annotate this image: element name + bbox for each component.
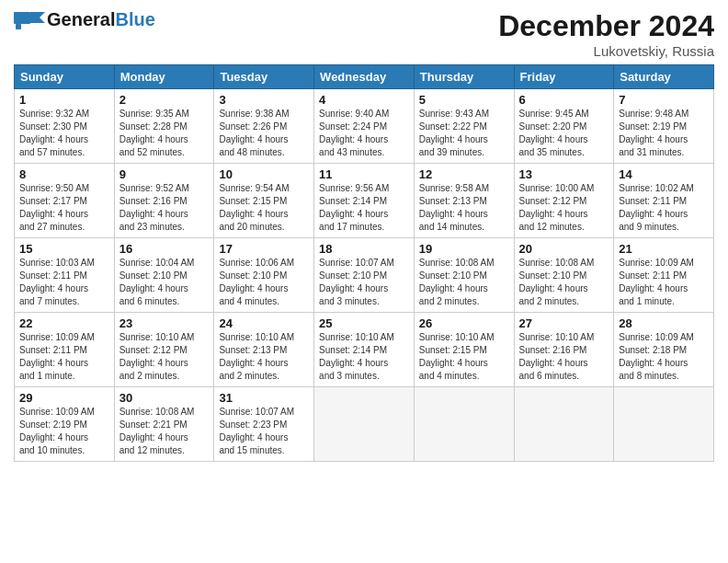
col-monday: Monday: [114, 65, 214, 89]
day-number: 10: [219, 167, 309, 181]
day-cell: 18Sunrise: 10:07 AM Sunset: 2:10 PM Dayl…: [314, 238, 415, 313]
day-number: 11: [319, 167, 409, 181]
svg-marker-1: [30, 12, 45, 23]
main-container: GeneralBlue December 2024 Lukovetskiy, R…: [0, 0, 728, 466]
day-number: 18: [319, 242, 409, 256]
day-number: 26: [419, 316, 509, 330]
day-info: Sunrise: 9:56 AM Sunset: 2:14 PM Dayligh…: [319, 182, 409, 234]
day-cell: [414, 387, 514, 462]
day-info: Sunrise: 10:10 AM Sunset: 2:12 PM Daylig…: [119, 331, 210, 383]
day-number: 1: [19, 93, 109, 107]
day-info: Sunrise: 10:10 AM Sunset: 2:13 PM Daylig…: [219, 331, 309, 383]
day-cell: 24Sunrise: 10:10 AM Sunset: 2:13 PM Dayl…: [214, 313, 314, 387]
col-thursday: Thursday: [414, 65, 514, 89]
day-cell: 15Sunrise: 10:03 AM Sunset: 2:11 PM Dayl…: [15, 238, 115, 313]
day-info: Sunrise: 9:52 AM Sunset: 2:16 PM Dayligh…: [119, 182, 210, 234]
day-cell: 26Sunrise: 10:10 AM Sunset: 2:15 PM Dayl…: [414, 313, 514, 387]
day-info: Sunrise: 9:48 AM Sunset: 2:19 PM Dayligh…: [619, 108, 709, 159]
day-cell: 21Sunrise: 10:09 AM Sunset: 2:11 PM Dayl…: [614, 238, 714, 313]
day-info: Sunrise: 9:40 AM Sunset: 2:24 PM Dayligh…: [319, 108, 409, 159]
day-cell: 2Sunrise: 9:35 AM Sunset: 2:28 PM Daylig…: [114, 89, 214, 164]
day-cell: 8Sunrise: 9:50 AM Sunset: 2:17 PM Daylig…: [15, 164, 115, 238]
day-cell: 12Sunrise: 9:58 AM Sunset: 2:13 PM Dayli…: [414, 164, 514, 238]
week-row-3: 15Sunrise: 10:03 AM Sunset: 2:11 PM Dayl…: [15, 238, 714, 313]
day-number: 5: [419, 93, 509, 107]
day-info: Sunrise: 9:50 AM Sunset: 2:17 PM Dayligh…: [19, 182, 109, 234]
day-info: Sunrise: 9:58 AM Sunset: 2:13 PM Dayligh…: [419, 182, 509, 234]
day-info: Sunrise: 9:45 AM Sunset: 2:20 PM Dayligh…: [519, 108, 609, 159]
day-number: 29: [19, 391, 109, 405]
day-cell: 25Sunrise: 10:10 AM Sunset: 2:14 PM Dayl…: [314, 313, 415, 387]
title-area: December 2024 Lukovetskiy, Russia: [498, 9, 714, 59]
day-cell: 7Sunrise: 9:48 AM Sunset: 2:19 PM Daylig…: [614, 89, 714, 164]
day-info: Sunrise: 10:09 AM Sunset: 2:18 PM Daylig…: [619, 331, 709, 383]
calendar-table: Sunday Monday Tuesday Wednesday Thursday…: [14, 64, 714, 462]
day-cell: [614, 387, 714, 462]
day-number: 13: [519, 167, 609, 181]
day-number: 3: [219, 93, 309, 107]
day-info: Sunrise: 9:32 AM Sunset: 2:30 PM Dayligh…: [19, 108, 109, 159]
day-cell: 29Sunrise: 10:09 AM Sunset: 2:19 PM Dayl…: [15, 387, 115, 462]
day-info: Sunrise: 10:07 AM Sunset: 2:10 PM Daylig…: [319, 257, 409, 308]
day-number: 28: [619, 316, 709, 330]
day-number: 25: [319, 316, 409, 330]
day-cell: 3Sunrise: 9:38 AM Sunset: 2:26 PM Daylig…: [214, 89, 314, 164]
day-number: 22: [19, 316, 109, 330]
day-info: Sunrise: 10:10 AM Sunset: 2:14 PM Daylig…: [319, 331, 409, 383]
day-number: 31: [219, 391, 309, 405]
logo-blue: Blue: [115, 9, 154, 29]
day-number: 2: [119, 93, 210, 107]
day-number: 21: [619, 242, 709, 256]
day-info: Sunrise: 10:03 AM Sunset: 2:11 PM Daylig…: [19, 257, 109, 308]
day-number: 14: [619, 167, 709, 181]
day-cell: 28Sunrise: 10:09 AM Sunset: 2:18 PM Dayl…: [614, 313, 714, 387]
col-friday: Friday: [514, 65, 614, 89]
day-number: 6: [519, 93, 609, 107]
day-number: 9: [119, 167, 210, 181]
day-info: Sunrise: 9:35 AM Sunset: 2:28 PM Dayligh…: [119, 108, 210, 159]
col-wednesday: Wednesday: [314, 65, 415, 89]
day-cell: [514, 387, 614, 462]
logo: GeneralBlue: [14, 9, 155, 30]
day-number: 27: [519, 316, 609, 330]
day-number: 24: [219, 316, 309, 330]
day-number: 15: [19, 242, 109, 256]
day-cell: 13Sunrise: 10:00 AM Sunset: 2:12 PM Dayl…: [514, 164, 614, 238]
day-cell: 31Sunrise: 10:07 AM Sunset: 2:23 PM Dayl…: [214, 387, 314, 462]
day-cell: 30Sunrise: 10:08 AM Sunset: 2:21 PM Dayl…: [114, 387, 214, 462]
col-tuesday: Tuesday: [214, 65, 314, 89]
day-info: Sunrise: 10:08 AM Sunset: 2:10 PM Daylig…: [519, 257, 609, 308]
day-info: Sunrise: 10:09 AM Sunset: 2:19 PM Daylig…: [19, 406, 109, 457]
day-cell: 20Sunrise: 10:08 AM Sunset: 2:10 PM Dayl…: [514, 238, 614, 313]
day-cell: 10Sunrise: 9:54 AM Sunset: 2:15 PM Dayli…: [214, 164, 314, 238]
day-info: Sunrise: 10:00 AM Sunset: 2:12 PM Daylig…: [519, 182, 609, 234]
day-cell: 11Sunrise: 9:56 AM Sunset: 2:14 PM Dayli…: [314, 164, 415, 238]
col-saturday: Saturday: [614, 65, 714, 89]
day-cell: 17Sunrise: 10:06 AM Sunset: 2:10 PM Dayl…: [214, 238, 314, 313]
day-info: Sunrise: 9:43 AM Sunset: 2:22 PM Dayligh…: [419, 108, 509, 159]
day-number: 19: [419, 242, 509, 256]
month-title: December 2024: [498, 9, 714, 43]
day-info: Sunrise: 10:10 AM Sunset: 2:16 PM Daylig…: [519, 331, 609, 383]
logo-general: General: [47, 9, 115, 29]
day-info: Sunrise: 10:07 AM Sunset: 2:23 PM Daylig…: [219, 406, 309, 457]
day-number: 8: [19, 167, 109, 181]
day-number: 7: [619, 93, 709, 107]
day-number: 4: [319, 93, 409, 107]
col-sunday: Sunday: [15, 65, 115, 89]
location: Lukovetskiy, Russia: [498, 43, 714, 59]
day-cell: 6Sunrise: 9:45 AM Sunset: 2:20 PM Daylig…: [514, 89, 614, 164]
day-cell: 16Sunrise: 10:04 AM Sunset: 2:10 PM Dayl…: [114, 238, 214, 313]
day-cell: 4Sunrise: 9:40 AM Sunset: 2:24 PM Daylig…: [314, 89, 415, 164]
day-cell: 5Sunrise: 9:43 AM Sunset: 2:22 PM Daylig…: [414, 89, 514, 164]
day-number: 30: [119, 391, 210, 405]
day-info: Sunrise: 10:02 AM Sunset: 2:11 PM Daylig…: [619, 182, 709, 234]
day-number: 17: [219, 242, 309, 256]
day-number: 12: [419, 167, 509, 181]
day-info: Sunrise: 10:10 AM Sunset: 2:15 PM Daylig…: [419, 331, 509, 383]
day-info: Sunrise: 10:09 AM Sunset: 2:11 PM Daylig…: [619, 257, 709, 308]
day-info: Sunrise: 10:08 AM Sunset: 2:21 PM Daylig…: [119, 406, 210, 457]
week-row-5: 29Sunrise: 10:09 AM Sunset: 2:19 PM Dayl…: [15, 387, 714, 462]
day-cell: 1Sunrise: 9:32 AM Sunset: 2:30 PM Daylig…: [15, 89, 115, 164]
week-row-1: 1Sunrise: 9:32 AM Sunset: 2:30 PM Daylig…: [15, 89, 714, 164]
